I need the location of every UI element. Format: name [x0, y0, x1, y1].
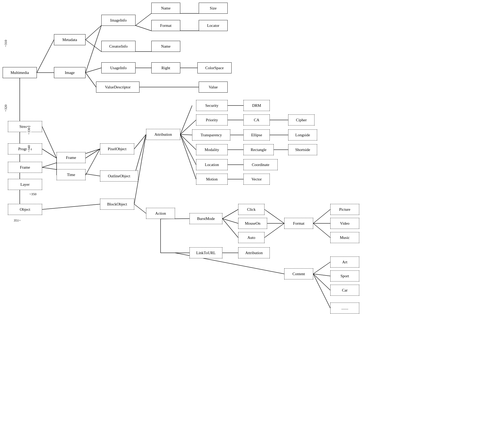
svg-line-26	[86, 149, 100, 175]
node-outlineobject: OutlineObject	[100, 170, 138, 182]
svg-line-36	[180, 134, 192, 135]
node-format2: Format	[284, 218, 313, 229]
node-sport: Sport	[330, 270, 359, 282]
node-linktorurl: LinkToURL	[189, 247, 222, 258]
node-imageinfo: ImageInfo	[101, 15, 136, 26]
svg-line-57	[265, 223, 284, 238]
svg-line-22	[42, 127, 57, 158]
svg-line-39	[180, 134, 196, 179]
svg-line-29	[42, 204, 100, 209]
svg-line-65	[313, 274, 330, 290]
node-usageinfo: UsageInfo	[101, 62, 136, 73]
svg-line-55	[265, 209, 284, 223]
svg-line-4	[86, 26, 101, 73]
node-stream: Stream	[8, 121, 42, 132]
node-object: Object	[8, 204, 42, 215]
svg-line-53	[222, 219, 238, 223]
node-colorspace: ColorSpace	[197, 62, 232, 73]
node-value: Value	[199, 82, 228, 93]
node-drm: DRM	[243, 100, 270, 111]
node-creatorinfo: CreatorInfo	[101, 41, 136, 52]
node-multimedia: Multimedia	[3, 67, 37, 78]
node-priority: Priority	[196, 114, 228, 125]
svg-line-64	[313, 274, 330, 276]
node-frame1: Frame	[8, 162, 42, 173]
node-picture: Picture	[330, 204, 359, 215]
node-auto: Auto	[238, 232, 265, 243]
node-rectangle: Rectangle	[243, 144, 274, 155]
label-340: ~340	[27, 144, 31, 153]
node-name1: Name	[151, 3, 180, 14]
node-burstmode: BurstMode	[189, 213, 222, 224]
node-frame2: Frame	[57, 152, 86, 163]
node-security: Security	[196, 100, 228, 111]
node-coordinate: Coordinate	[243, 159, 278, 170]
node-size: Size	[199, 3, 228, 14]
node-longside: Longside	[288, 129, 317, 140]
svg-line-32	[134, 134, 146, 204]
node-format: Format	[151, 20, 180, 31]
node-right: Right	[151, 62, 180, 73]
node-name2: Name	[151, 41, 180, 52]
node-modality: Modality	[196, 144, 228, 155]
node-vector: Vector	[243, 174, 270, 185]
label-350: ~350	[29, 192, 37, 196]
label-330: ~330	[27, 127, 31, 135]
label-351: 351~	[13, 218, 21, 223]
svg-line-0	[37, 40, 54, 73]
node-valuedescriptor: ValueDescriptor	[96, 82, 139, 93]
node-car: Car	[330, 285, 359, 296]
node-action: Action	[146, 208, 175, 219]
svg-line-3	[86, 40, 101, 52]
svg-line-2	[86, 26, 101, 40]
svg-line-34	[180, 106, 192, 134]
node-mouseon: MouseOn	[238, 218, 267, 229]
label-310: ~310	[4, 39, 8, 47]
node-ca: CA	[243, 114, 270, 125]
svg-line-61	[313, 223, 330, 238]
node-click: Click	[238, 204, 265, 215]
node-shortside: Shortside	[288, 144, 317, 155]
node-program: Program	[8, 143, 42, 154]
node-location: Location	[196, 159, 228, 170]
node-metadata: Metadata	[54, 34, 86, 45]
node-time: Time	[57, 169, 86, 180]
svg-line-7	[136, 13, 151, 26]
node-transparency: Transparency	[192, 129, 230, 140]
node-dotdot: .......	[330, 303, 359, 314]
node-motion: Motion	[196, 174, 228, 185]
diagram: Multimedia Metadata Image ImageInfo Crea…	[0, 0, 504, 422]
svg-line-33	[134, 204, 146, 213]
svg-line-8	[136, 26, 151, 31]
svg-line-63	[313, 262, 330, 274]
node-ellipse: Ellipse	[243, 129, 270, 140]
node-art: Art	[330, 257, 359, 268]
node-music: Music	[330, 232, 359, 243]
node-video: Video	[330, 218, 359, 229]
label-320: ~320	[4, 104, 8, 112]
svg-line-5	[86, 68, 101, 73]
svg-line-25	[86, 149, 100, 158]
node-blockobject: BlockObject	[100, 199, 134, 210]
svg-line-54	[222, 219, 238, 238]
node-attribution1: Attribution	[146, 129, 180, 140]
svg-line-52	[222, 209, 238, 219]
node-content: Content	[284, 268, 313, 279]
svg-line-31	[134, 134, 146, 176]
node-layer: Layer	[8, 179, 42, 190]
svg-line-66	[313, 274, 330, 308]
svg-line-30	[134, 134, 146, 149]
node-cipher: Cipher	[288, 114, 315, 125]
svg-line-23	[42, 149, 57, 158]
svg-line-6	[86, 73, 96, 87]
node-image: Image	[54, 67, 86, 78]
node-attribution2: Attribution	[238, 247, 270, 258]
node-locator: Locator	[199, 20, 228, 31]
node-pixelobject: PixelObject	[100, 143, 134, 154]
svg-line-59	[313, 209, 330, 223]
